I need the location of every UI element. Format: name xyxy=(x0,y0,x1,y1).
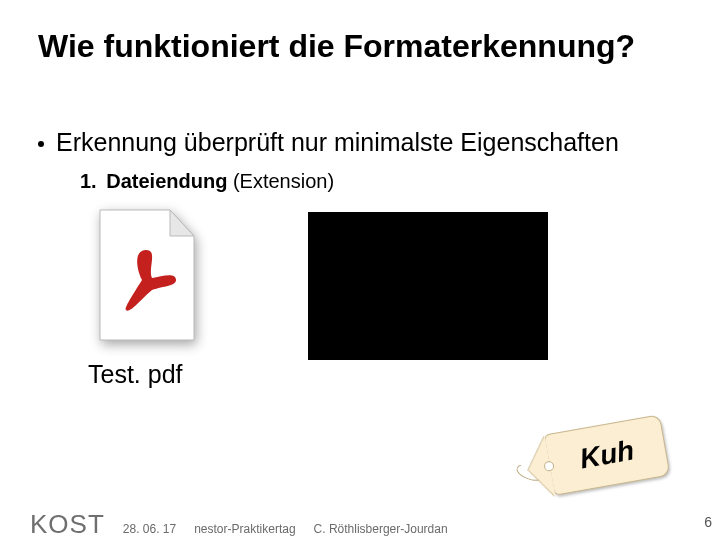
pdf-file-icon xyxy=(92,206,202,346)
svg-marker-1 xyxy=(170,210,194,236)
image-placeholder xyxy=(308,212,548,360)
tag-hole-icon xyxy=(543,460,555,472)
footer-author: C. Röthlisberger-Jourdan xyxy=(314,522,448,536)
numbered-index: 1. xyxy=(80,170,97,192)
numbered-item: 1. Dateiendung (Extension) xyxy=(80,170,334,193)
slide-footer: KOST 28. 06. 17 nestor-Praktikertag C. R… xyxy=(30,509,690,540)
footer-date: 28. 06. 17 xyxy=(123,522,176,536)
price-tag: Kuh xyxy=(544,414,671,496)
bullet-text: Erkennung überprüft nur minimalste Eigen… xyxy=(56,128,619,157)
page-number: 6 xyxy=(704,514,712,530)
bullet-dot-icon xyxy=(38,141,44,147)
file-name-label: Test. pdf xyxy=(88,360,183,389)
slide-title: Wie funktioniert die Formaterkennung? xyxy=(38,28,635,65)
numbered-weak: (Extension) xyxy=(233,170,334,192)
bullet-item: Erkennung überprüft nur minimalste Eigen… xyxy=(38,128,619,157)
footer-event: nestor-Praktikertag xyxy=(194,522,295,536)
tag-label: Kuh xyxy=(577,435,636,476)
numbered-strong: Dateiendung xyxy=(106,170,227,192)
tag-body: Kuh xyxy=(544,414,671,496)
footer-org: KOST xyxy=(30,509,105,540)
